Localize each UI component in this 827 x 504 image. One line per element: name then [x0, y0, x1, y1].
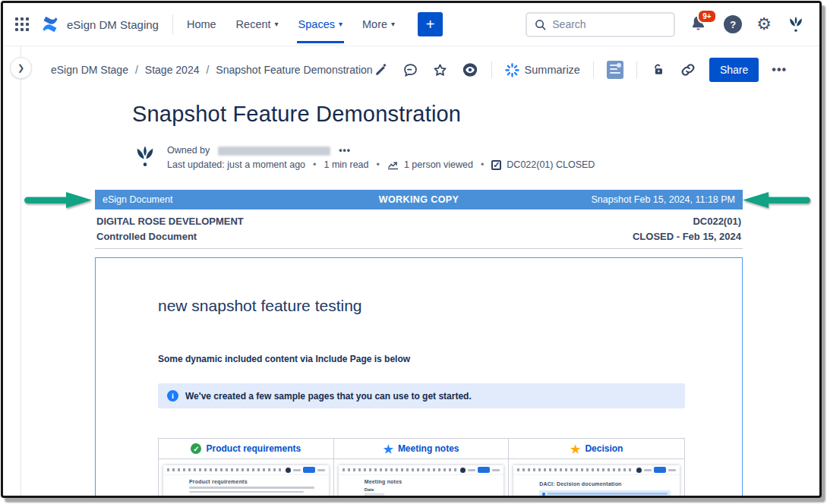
- star-icon: ★: [570, 443, 580, 455]
- watch-eye-icon[interactable]: [462, 61, 478, 78]
- mini-publish-button: [303, 467, 315, 473]
- sample-pages-table: ✓ Product requirements Product requireme…: [158, 438, 685, 498]
- ai-sparkle-icon: [505, 63, 519, 77]
- nav-item-home[interactable]: Home: [187, 18, 216, 30]
- toolbar-divider: [636, 61, 637, 78]
- breadcrumb: eSign DM Stage / Stage 2024 / Snapshot F…: [51, 64, 373, 76]
- card-product-requirements: ✓ Product requirements Product requireme…: [159, 439, 334, 498]
- thumbnail-meeting-notes: Meeting notes Date Participants: [339, 465, 504, 498]
- card-link-product-requirements[interactable]: ✓ Product requirements: [159, 439, 333, 459]
- meta-separator: [311, 158, 318, 172]
- help-icon[interactable]: ?: [724, 15, 742, 33]
- toolbar-divider: [593, 61, 594, 78]
- last-updated-text: Last updated: just a moment ago: [167, 158, 305, 172]
- sidebar-collapsed-divider: [21, 46, 21, 498]
- nav-right-cluster: 9+ ? ⚙: [526, 12, 806, 37]
- byline: Owned by ••• Last updated: just a moment…: [132, 143, 743, 172]
- doc-type: Controlled Document: [96, 229, 197, 244]
- search-input[interactable]: [552, 18, 651, 30]
- doc-id: DC022(01): [693, 214, 741, 229]
- search-box[interactable]: [526, 12, 675, 37]
- read-time-text: 1 min read: [324, 158, 368, 172]
- info-panel-text: We've created a few sample pages that yo…: [185, 391, 472, 402]
- mini-label-date: Date: [365, 487, 495, 492]
- mini-page-title: Product requirements: [189, 479, 320, 484]
- top-navigation-bar: eSign DM Staging Home Recent▾ Spaces▾ Mo…: [3, 3, 819, 46]
- summarize-button[interactable]: Summarize: [505, 63, 580, 77]
- star-favorite-icon[interactable]: [432, 61, 449, 78]
- unlock-icon[interactable]: [650, 61, 667, 78]
- doc-status-text: DC022(01) CLOSED: [507, 158, 595, 172]
- expand-sidebar-button[interactable]: ❯: [10, 57, 32, 79]
- nav-divider: [172, 14, 173, 34]
- toolbar-divider: [491, 61, 492, 78]
- page-toolbar: Summarize Share •••: [373, 58, 788, 82]
- document-export-icon[interactable]: [607, 61, 623, 78]
- breadcrumb-current[interactable]: Snapshot Feature Demonstration: [216, 64, 372, 76]
- page-content: Snapshot Feature Demonstration Owned by: [95, 102, 743, 498]
- card-meeting-notes: ★ Meeting notes Meeting notes Date Par: [334, 439, 510, 498]
- mini-toolbar-glyphs: [167, 468, 283, 471]
- annotation-arrow-right-icon: [24, 192, 93, 208]
- chevron-down-icon: ▾: [275, 20, 279, 28]
- chevron-right-icon: ❯: [17, 63, 24, 73]
- card-link-meeting-notes[interactable]: ★ Meeting notes: [334, 439, 509, 459]
- app-switcher-icon[interactable]: [15, 17, 29, 31]
- owner-avatar[interactable]: [132, 143, 158, 169]
- esign-banner-wrap: eSign Document WORKING COPY Snapshot Feb…: [95, 190, 743, 209]
- mini-table-header: [189, 496, 320, 498]
- document-body-box: new snapshot feature testing Some dynami…: [95, 257, 743, 498]
- settings-gear-icon[interactable]: ⚙: [756, 16, 772, 33]
- check-circle-icon: ✓: [191, 443, 201, 454]
- breadcrumb-parent[interactable]: Stage 2024: [145, 64, 200, 76]
- banner-snapshot-date: Snapshot Feb 15, 2024, 11:18 PM: [524, 194, 735, 205]
- analytics-chart-icon: [387, 160, 399, 170]
- more-actions-button[interactable]: •••: [772, 63, 787, 77]
- nav-item-more[interactable]: More▾: [362, 18, 395, 30]
- card-decision: ★ Decision DACI: Decision documentation: [509, 439, 684, 498]
- mini-info-panel: [539, 490, 671, 497]
- doc-intro-text: Some dynamic included content via Includ…: [158, 354, 685, 364]
- app-window: eSign DM Staging Home Recent▾ Spaces▾ Mo…: [1, 1, 822, 498]
- mini-page-title: DACI: Decision documentation: [539, 481, 671, 487]
- page-title: Snapshot Feature Demonstration: [132, 102, 743, 127]
- create-button[interactable]: +: [418, 12, 443, 36]
- owner-more-button[interactable]: •••: [339, 143, 351, 158]
- banner-working-copy: WORKING COPY: [314, 194, 525, 205]
- nav-item-recent[interactable]: Recent▾: [236, 18, 279, 30]
- mini-date-chip: [365, 493, 384, 498]
- mini-page-title: Meeting notes: [365, 479, 495, 484]
- page-header-row: eSign DM Stage / Stage 2024 / Snapshot F…: [3, 46, 819, 85]
- edit-pencil-icon[interactable]: [373, 61, 390, 78]
- controlled-doc-header: DIGITAL ROSE DEVELOPMENT DC022(01) Contr…: [95, 214, 743, 249]
- info-icon: i: [167, 390, 178, 402]
- info-panel: i We've created a few sample pages that …: [158, 383, 685, 408]
- search-icon: [535, 19, 546, 30]
- meta-separator: [374, 158, 382, 172]
- user-avatar[interactable]: [786, 14, 806, 34]
- doc-status: CLOSED - Feb 15, 2024: [633, 229, 741, 244]
- notifications-bell-icon[interactable]: 9+: [690, 14, 709, 34]
- comment-icon[interactable]: [402, 61, 419, 78]
- thumbnail-decision: DACI: Decision documentation: [513, 465, 680, 498]
- notifications-badge: 9+: [697, 9, 716, 24]
- chevron-down-icon: ▾: [391, 20, 395, 28]
- chevron-down-icon: ▾: [339, 20, 342, 28]
- share-button[interactable]: Share: [709, 58, 759, 82]
- annotation-arrow-left-icon: [742, 192, 811, 208]
- nav-item-spaces[interactable]: Spaces▾: [298, 18, 342, 30]
- header-divider: [95, 248, 743, 249]
- owner-name-redacted[interactable]: [218, 146, 330, 156]
- viewed-text[interactable]: 1 person viewed: [404, 158, 473, 172]
- app-name: eSign DM Staging: [67, 18, 159, 31]
- main-area: ❯ eSign DM Stage / Stage 2024 / Snapshot…: [3, 46, 819, 498]
- copy-link-icon[interactable]: [680, 61, 696, 78]
- meta-separator: [478, 158, 486, 172]
- owned-by-label: Owned by: [167, 143, 210, 158]
- star-icon: ★: [383, 443, 393, 455]
- status-checkbox-icon: ✓: [491, 160, 501, 170]
- confluence-logo-icon[interactable]: [41, 15, 59, 33]
- doc-heading: new snapshot feature testing: [158, 297, 685, 315]
- breadcrumb-space[interactable]: eSign DM Stage: [51, 64, 128, 76]
- card-link-decision[interactable]: ★ Decision: [509, 439, 684, 459]
